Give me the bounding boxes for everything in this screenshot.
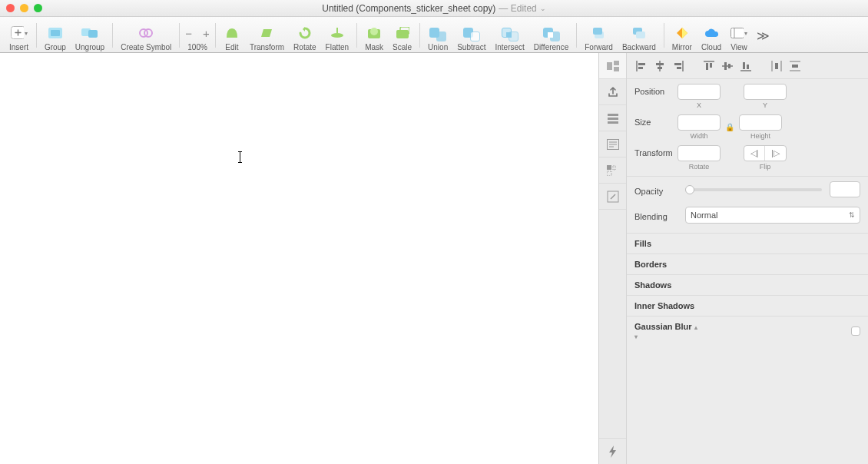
tab-export[interactable]	[599, 79, 626, 105]
ungroup-button[interactable]: Ungroup	[71, 19, 109, 51]
svg-rect-37	[656, 63, 664, 65]
svg-rect-16	[636, 31, 645, 38]
svg-rect-21	[614, 67, 619, 71]
mask-icon	[366, 25, 383, 41]
svg-rect-40	[674, 63, 681, 65]
borders-section[interactable]: Borders	[627, 254, 868, 274]
text-cursor-icon	[240, 151, 240, 163]
flip-buttons: ◁| |▷	[744, 145, 787, 161]
lock-aspect-icon[interactable]: 🔒	[725, 123, 734, 131]
tab-text[interactable]	[599, 131, 626, 157]
svg-rect-31	[607, 171, 611, 176]
group-button[interactable]: Group	[40, 19, 71, 51]
svg-rect-49	[743, 62, 745, 69]
mirror-diamond-icon	[674, 25, 691, 41]
minimize-window[interactable]	[20, 4, 28, 12]
rotate-arrow-icon	[297, 25, 313, 41]
document-title: Untitled (Components_sticker_sheet copy)…	[322, 3, 545, 14]
svg-rect-44	[710, 63, 712, 68]
cloud-button[interactable]: Cloud	[697, 19, 726, 51]
rotate-button[interactable]: Rotate	[289, 19, 320, 51]
subtract-button[interactable]: Subtract	[452, 19, 490, 51]
align-vcenter-icon[interactable]	[719, 58, 736, 75]
cloud-icon	[703, 25, 720, 41]
insert-button[interactable]: ▾ Insert	[5, 19, 33, 51]
align-top-icon[interactable]	[701, 58, 717, 75]
edit-shape-icon	[224, 25, 240, 41]
edit-button[interactable]: Edit	[219, 19, 245, 51]
forward-button[interactable]: Forward	[580, 19, 618, 51]
backward-button[interactable]: Backward	[618, 19, 661, 51]
align-hcenter-icon[interactable]	[651, 58, 668, 75]
align-bottom-icon[interactable]	[737, 58, 754, 75]
svg-rect-35	[638, 67, 643, 69]
mask-button[interactable]: Mask	[360, 19, 388, 51]
fills-section[interactable]: Fills	[627, 233, 868, 254]
difference-button[interactable]: Difference	[529, 19, 573, 51]
svg-rect-56	[792, 65, 798, 68]
right-panel: Position X Y Size Width 🔒 Height Transfo…	[598, 53, 868, 464]
intersect-button[interactable]: Intersect	[490, 19, 528, 51]
canvas[interactable]	[0, 53, 598, 464]
flip-vertical-button[interactable]: |▷	[765, 146, 786, 161]
tab-resize[interactable]	[599, 184, 626, 210]
view-button[interactable]: ▾ View	[726, 19, 752, 51]
svg-rect-29	[607, 165, 611, 170]
height-input[interactable]	[739, 114, 782, 131]
width-input[interactable]	[678, 114, 721, 131]
flatten-button[interactable]: Flatten	[321, 19, 354, 51]
title-menu-chevron-icon[interactable]: ⌄	[540, 5, 546, 12]
title-status: Edited	[511, 3, 537, 14]
gaussian-blur-section[interactable]: Gaussian Blur ▴▾	[627, 316, 868, 346]
align-right-icon[interactable]	[670, 58, 687, 75]
inner-shadows-section[interactable]: Inner Shadows	[627, 295, 868, 316]
opacity-input[interactable]	[830, 181, 860, 197]
distribute-h-icon[interactable]	[768, 58, 785, 75]
transform-button[interactable]: Transform	[245, 19, 289, 51]
intersect-icon	[502, 28, 518, 41]
zoom-window[interactable]	[34, 4, 42, 12]
gaussian-blur-checkbox[interactable]	[851, 326, 860, 336]
scale-icon	[394, 25, 411, 41]
inspector-panel: Position X Y Size Width 🔒 Height Transfo…	[627, 53, 868, 464]
zoom-out-button[interactable]: −	[183, 27, 194, 40]
tab-layers-stack[interactable]	[599, 105, 626, 131]
opacity-slider[interactable]	[685, 188, 822, 191]
svg-point-8	[331, 33, 343, 38]
tab-bolt[interactable]	[599, 438, 626, 464]
position-x-input[interactable]	[678, 84, 721, 100]
plus-icon: ▾	[11, 25, 28, 41]
symbol-icon	[137, 25, 154, 41]
close-window[interactable]	[6, 4, 15, 12]
svg-rect-41	[677, 67, 681, 69]
tab-style[interactable]	[599, 53, 626, 79]
toolbar-overflow-button[interactable]: ≫	[752, 28, 774, 43]
tab-grid[interactable]	[599, 157, 626, 184]
rotate-input[interactable]	[678, 145, 721, 161]
subtract-icon	[463, 28, 480, 41]
toolbar: ▾ Insert Group Ungroup Create Symbol − +…	[0, 17, 868, 53]
union-button[interactable]: Union	[423, 19, 452, 51]
create-symbol-button[interactable]: Create Symbol	[116, 19, 176, 51]
align-left-icon[interactable]	[633, 58, 650, 75]
position-y-input[interactable]	[744, 84, 787, 100]
mirror-button[interactable]: Mirror	[668, 19, 697, 51]
distribute-v-icon[interactable]	[787, 58, 803, 75]
scale-button[interactable]: Scale	[388, 19, 416, 51]
svg-rect-22	[608, 114, 618, 116]
svg-rect-43	[706, 63, 708, 70]
flip-horizontal-button[interactable]: ◁|	[744, 146, 765, 161]
svg-rect-47	[728, 64, 731, 68]
zoom-in-button[interactable]: +	[200, 27, 212, 40]
blending-select[interactable]: Normal ⇅	[685, 207, 860, 224]
send-backward-icon	[631, 25, 648, 41]
svg-rect-34	[638, 63, 645, 65]
opacity-row: Opacity	[627, 176, 868, 202]
zoom-control[interactable]: − + 100%	[183, 19, 212, 51]
svg-rect-50	[747, 65, 749, 69]
svg-rect-2	[51, 30, 60, 36]
union-icon	[429, 28, 446, 41]
shadows-section[interactable]: Shadows	[627, 274, 868, 295]
svg-rect-19	[607, 62, 612, 70]
svg-rect-24	[608, 121, 618, 124]
